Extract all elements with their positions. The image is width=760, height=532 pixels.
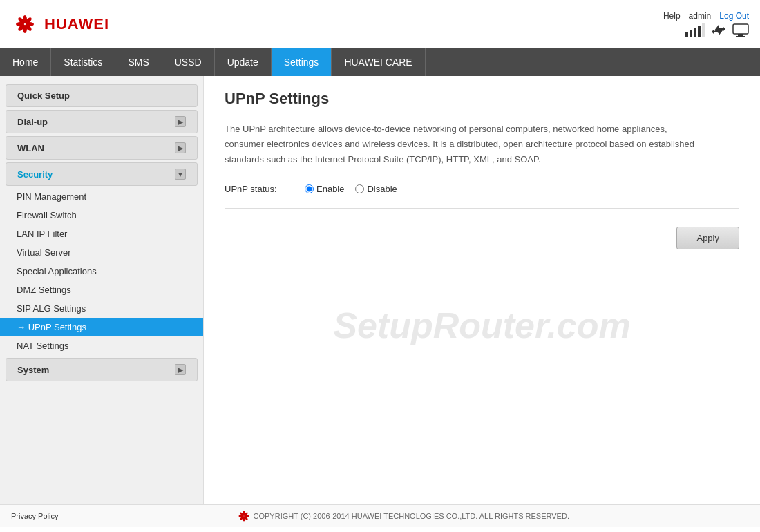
sidebar-header-quick-setup[interactable]: Quick Setup [6, 84, 198, 107]
sidebar-dialup-label: Dial-up [17, 117, 48, 127]
sidebar-upnp-settings-label: UPnP Settings [28, 322, 86, 332]
svg-rect-17 [736, 36, 745, 37]
upnp-enable-option[interactable]: Enable [305, 184, 344, 194]
sidebar-system-label: System [17, 365, 49, 375]
sidebar-pin-management-label: PIN Management [17, 191, 86, 202]
content-area: UPnP Settings The UPnP architecture allo… [204, 76, 760, 504]
svg-rect-11 [698, 26, 701, 37]
main-layout: Quick Setup Dial-up ▶ WLAN ▶ Security ▼ [0, 76, 760, 504]
nav-settings-label: Settings [284, 57, 319, 68]
page-description: The UPnP architecture allows device-to-d… [225, 122, 694, 167]
sidebar-nat-settings-label: NAT Settings [17, 341, 68, 351]
sidebar-virtual-server-label: Virtual Server [17, 247, 71, 258]
signal-icons [685, 23, 749, 37]
upnp-disable-radio[interactable] [355, 184, 364, 193]
sidebar-section-wlan: WLAN ▶ [0, 136, 203, 160]
sidebar-special-applications-label: Special Applications [17, 266, 97, 276]
svg-rect-10 [694, 28, 696, 37]
footer: Privacy Policy COPYRIGHT (C) 2006-2014 H… [0, 504, 760, 527]
main-nav: Home Statistics SMS USSD Update Settings… [0, 48, 760, 76]
footer-logo-icon [238, 511, 249, 522]
nav-sms[interactable]: SMS [115, 48, 162, 76]
sidebar-section-quick-setup: Quick Setup [0, 84, 203, 107]
huawei-logo-icon [11, 14, 39, 35]
sidebar-quick-setup-label: Quick Setup [17, 91, 70, 101]
logo-area: HUAWEI [11, 14, 109, 35]
nav-ussd[interactable]: USSD [162, 48, 215, 76]
sidebar-item-lan-ip-filter[interactable]: LAN IP Filter [0, 225, 203, 243]
svg-rect-16 [738, 34, 743, 36]
upnp-status-row: UPnP status: Enable Disable [225, 184, 739, 194]
sidebar-section-system: System ▶ [0, 358, 203, 381]
top-right-area: Help admin Log Out [663, 11, 749, 37]
sidebar-item-nat-settings[interactable]: NAT Settings [0, 336, 203, 355]
sidebar-item-pin-management[interactable]: PIN Management [0, 187, 203, 206]
upnp-enable-radio[interactable] [305, 184, 314, 193]
brand-name: HUAWEI [44, 15, 109, 33]
system-expand-icon: ▶ [175, 364, 186, 375]
data-transfer-icon [712, 23, 725, 37]
sidebar-item-dmz-settings[interactable]: DMZ Settings [0, 281, 203, 299]
privacy-policy-link[interactable]: Privacy Policy [11, 512, 58, 520]
admin-label: admin [689, 11, 712, 21]
nav-statistics[interactable]: Statistics [51, 48, 115, 76]
sidebar-item-upnp-settings[interactable]: UPnP Settings [0, 318, 203, 336]
sidebar-sip-alg-settings-label: SIP ALG Settings [17, 303, 86, 314]
page-title: UPnP Settings [225, 90, 739, 108]
nav-update-label: Update [227, 57, 258, 68]
help-link[interactable]: Help [663, 11, 681, 21]
monitor-icon [732, 23, 749, 37]
sidebar-header-security[interactable]: Security ▼ [6, 162, 198, 186]
nav-statistics-label: Statistics [64, 57, 102, 68]
watermark: SetupRouter.com [225, 305, 739, 346]
security-expand-icon: ▼ [175, 169, 186, 180]
sidebar-security-items: PIN Management Firewall Switch LAN IP Fi… [0, 187, 203, 355]
upnp-disable-option[interactable]: Disable [355, 184, 397, 194]
sidebar-item-special-applications[interactable]: Special Applications [0, 262, 203, 281]
sidebar-firewall-switch-label: Firewall Switch [17, 210, 77, 220]
nav-ussd-label: USSD [175, 57, 202, 68]
nav-update[interactable]: Update [215, 48, 272, 76]
upnp-enable-label: Enable [316, 184, 344, 194]
sidebar-section-dialup: Dial-up ▶ [0, 110, 203, 133]
logout-link[interactable]: Log Out [719, 11, 749, 21]
content-divider [225, 208, 739, 209]
nav-home-label: Home [12, 57, 38, 68]
apply-button[interactable]: Apply [676, 227, 739, 249]
upnp-radio-group: Enable Disable [305, 184, 397, 194]
nav-huawei-care[interactable]: HUAWEI CARE [332, 48, 425, 76]
wlan-expand-icon: ▶ [175, 142, 186, 153]
upnp-status-label: UPnP status: [225, 184, 294, 194]
svg-rect-15 [733, 24, 748, 34]
nav-huawei-care-label: HUAWEI CARE [344, 57, 412, 68]
upnp-disable-label: Disable [367, 184, 397, 194]
dialup-expand-icon: ▶ [175, 116, 186, 127]
svg-rect-12 [702, 23, 705, 37]
sidebar: Quick Setup Dial-up ▶ WLAN ▶ Security ▼ [0, 76, 204, 504]
copyright-text: COPYRIGHT (C) 2006-2014 HUAWEI TECHNOLOG… [254, 512, 569, 520]
nav-home[interactable]: Home [0, 48, 51, 76]
sidebar-item-firewall-switch[interactable]: Firewall Switch [0, 206, 203, 225]
nav-sms-label: SMS [128, 57, 149, 68]
top-bar: HUAWEI Help admin Log Out [0, 0, 760, 48]
svg-rect-8 [685, 32, 688, 37]
sidebar-lan-ip-filter-label: LAN IP Filter [17, 229, 67, 239]
sidebar-wlan-label: WLAN [17, 143, 44, 153]
sidebar-header-dialup[interactable]: Dial-up ▶ [6, 110, 198, 133]
top-links: Help admin Log Out [663, 11, 749, 21]
sidebar-security-label: Security [17, 169, 53, 180]
svg-rect-9 [690, 30, 692, 37]
sidebar-item-virtual-server[interactable]: Virtual Server [0, 243, 203, 262]
sidebar-header-system[interactable]: System ▶ [6, 358, 198, 381]
signal-bars-icon [685, 23, 705, 37]
nav-settings[interactable]: Settings [272, 48, 332, 76]
sidebar-item-sip-alg-settings[interactable]: SIP ALG Settings [0, 299, 203, 318]
footer-center: COPYRIGHT (C) 2006-2014 HUAWEI TECHNOLOG… [238, 511, 569, 522]
sidebar-section-security: Security ▼ PIN Management Firewall Switc… [0, 162, 203, 355]
sidebar-header-wlan[interactable]: WLAN ▶ [6, 136, 198, 160]
apply-row: Apply [225, 220, 739, 249]
sidebar-dmz-settings-label: DMZ Settings [17, 285, 71, 295]
